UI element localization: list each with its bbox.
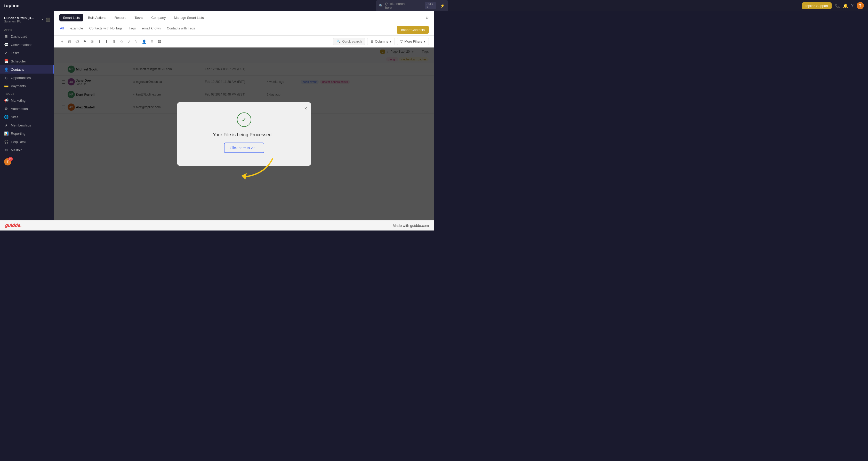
notification-badge: 23 — [8, 157, 13, 161]
sidebar-item-mailfold[interactable]: ✉ Mailfold — [0, 146, 54, 154]
subnav-company[interactable]: Company — [148, 14, 169, 22]
download-icon[interactable]: ⬇ — [104, 38, 109, 45]
modal-close-button[interactable]: × — [304, 105, 307, 111]
import-contacts-button[interactable]: Import Contacts — [397, 26, 429, 34]
guidde-logo: guidde. — [5, 223, 22, 228]
dashboard-icon: ⊞ — [4, 34, 8, 38]
filter-icon[interactable]: ⊟ — [67, 38, 72, 45]
sidebar-label-tasks: Tasks — [11, 51, 50, 55]
subnav-bulk-actions[interactable]: Bulk Actions — [84, 14, 110, 22]
tabs-bar: All example Contacts with No Tags Tags e… — [54, 24, 434, 36]
columns-chevron-icon: ▾ — [390, 39, 392, 43]
apps-section-label: Apps — [0, 26, 54, 32]
sites-icon: 🌐 — [4, 115, 8, 119]
sidebar-user-bottom[interactable]: T 23 — [0, 156, 54, 167]
settings-gear-icon[interactable]: ⚙ — [426, 16, 429, 20]
main-layout: Dunder Mifflin [D... Scranton, PA ▼ ⬛ Ap… — [0, 11, 434, 220]
tasks-icon: ✓ — [4, 51, 8, 55]
upload-icon[interactable]: ⬆ — [97, 38, 102, 45]
tab-tags[interactable]: Tags — [128, 26, 136, 33]
sidebar-item-conversations[interactable]: 💬 Conversations — [0, 40, 54, 49]
sidebar-item-reporting[interactable]: 📊 Reporting — [0, 129, 54, 137]
sidebar-label-scheduler: Scheduler — [11, 59, 50, 63]
sidebar-label-automation: Automation — [11, 107, 50, 111]
sidebar-label-contacts: Contacts — [11, 68, 49, 71]
sidebar-item-sites[interactable]: 🌐 Sites — [0, 113, 54, 121]
tab-email-known[interactable]: email known — [142, 26, 161, 33]
toolbar: ＋ ⊟ 🏷 ⚑ ✉ ⬆ ⬇ 🗑 ☆ ⤤ ⤥ 👤 ⊞ 🖼 🔍 Quick sear… — [54, 36, 434, 48]
columns-icon: ⊞ — [371, 39, 373, 43]
search-icon-small: 🔍 — [337, 39, 341, 43]
sidebar-label-memberships: Memberships — [11, 123, 50, 127]
filters-chevron-icon: ▾ — [424, 39, 426, 43]
subnav-manage-smart-lists[interactable]: Manage Smart Lists — [170, 14, 208, 22]
more-filters-label: More Filters — [404, 39, 422, 43]
tab-contacts-with-tags[interactable]: Contacts with Tags — [166, 26, 195, 33]
subnav: Smart Lists Bulk Actions Restore Tasks C… — [54, 11, 434, 24]
add-icon[interactable]: ＋ — [59, 38, 65, 45]
tab-example[interactable]: example — [70, 26, 84, 33]
sidebar-item-payments[interactable]: 💳 Payments — [0, 82, 54, 90]
search-icon: 🔍 — [379, 4, 383, 7]
workspace-selector[interactable]: Dunder Mifflin [D... Scranton, PA ▼ ⬛ — [0, 14, 54, 26]
main-content: Smart Lists Bulk Actions Restore Tasks C… — [54, 11, 434, 220]
sidebar-item-marketing[interactable]: 📢 Marketing — [0, 96, 54, 104]
reporting-icon: 📊 — [4, 131, 8, 135]
search-placeholder: Quick search here — [385, 2, 407, 9]
sidebar-label-reporting: Reporting — [11, 132, 50, 135]
contacts-icon: 👤 — [4, 67, 8, 71]
marketing-icon: 📢 — [4, 98, 8, 102]
sidebar-item-memberships[interactable]: ★ Memberships — [0, 121, 54, 129]
conversations-icon: 💬 — [4, 42, 8, 47]
sidebar-label-conversations: Conversations — [11, 43, 50, 47]
memberships-icon: ★ — [4, 123, 8, 127]
bottom-bar: guidde. Made with guidde.com — [0, 220, 434, 230]
image-icon[interactable]: 🖼 — [157, 38, 162, 45]
automation-icon: ⚙ — [4, 106, 8, 111]
sidebar-label-helpdesk: Help Desk — [11, 140, 50, 144]
columns-button[interactable]: ⊞ Columns ▾ — [367, 38, 395, 45]
sidebar-item-scheduler[interactable]: 📅 Scheduler — [0, 57, 54, 65]
table-search[interactable]: 🔍 Quick search — [333, 38, 365, 45]
person-icon[interactable]: 👤 — [141, 38, 147, 45]
sidebar-label-sites: Sites — [11, 115, 50, 119]
helpdesk-icon: 🎧 — [4, 140, 8, 144]
more-filters-button[interactable]: ▽ More Filters ▾ — [397, 38, 429, 45]
sidebar-toggle-icon[interactable]: ⬛ — [46, 18, 50, 22]
search-label: Quick search — [342, 39, 362, 43]
flag-icon[interactable]: ⚑ — [82, 38, 88, 45]
sidebar-item-dashboard[interactable]: ⊞ Dashboard — [0, 32, 54, 40]
opportunities-icon: ◇ — [4, 75, 8, 80]
click-here-button[interactable]: Click here to vie... — [224, 143, 264, 153]
mailfold-icon: ✉ — [4, 148, 8, 152]
sidebar-label-opportunities: Opportunities — [11, 76, 50, 80]
grid-icon[interactable]: ⊞ — [149, 38, 155, 45]
subnav-smart-lists[interactable]: Smart Lists — [59, 14, 83, 22]
sidebar-item-tasks[interactable]: ✓ Tasks — [0, 49, 54, 57]
scheduler-icon: 📅 — [4, 59, 8, 63]
bottom-credit-text: Made with guidde.com — [393, 223, 429, 228]
content-area: 1 › Page Size: 20 ▾ Tags design mechanic… — [54, 48, 434, 220]
sidebar-item-automation[interactable]: ⚙ Automation — [0, 104, 54, 113]
sidebar-item-contacts[interactable]: 👤 Contacts — [0, 65, 54, 73]
subnav-restore[interactable]: Restore — [111, 14, 130, 22]
email-icon[interactable]: ✉ — [90, 38, 95, 45]
sidebar: Dunder Mifflin [D... Scranton, PA ▼ ⬛ Ap… — [0, 11, 54, 220]
import-icon[interactable]: ⤥ — [134, 38, 139, 45]
processing-modal: × ✓ Your File is being Processed... Clic… — [177, 102, 311, 166]
subnav-tasks[interactable]: Tasks — [131, 14, 147, 22]
export-icon[interactable]: ⤤ — [126, 38, 132, 45]
star-icon[interactable]: ☆ — [119, 38, 124, 45]
tab-contacts-no-tags[interactable]: Contacts with No Tags — [89, 26, 123, 33]
tools-section-label: Tools — [0, 90, 54, 96]
workspace-location: Scranton, PA — [4, 20, 39, 23]
delete-icon[interactable]: 🗑 — [111, 38, 117, 45]
global-search[interactable]: 🔍 Quick search here Ctrl + K ⚡ — [376, 0, 434, 11]
tag-action-icon[interactable]: 🏷 — [74, 38, 80, 45]
sidebar-item-helpdesk[interactable]: 🎧 Help Desk — [0, 137, 54, 146]
payments-icon: 💳 — [4, 84, 8, 88]
sidebar-item-opportunities[interactable]: ◇ Opportunities — [0, 73, 54, 82]
tab-all[interactable]: All — [59, 26, 65, 33]
topnav: topline 🔍 Quick search here Ctrl + K ⚡ t… — [0, 0, 434, 11]
search-shortcut: Ctrl + K — [425, 2, 434, 9]
